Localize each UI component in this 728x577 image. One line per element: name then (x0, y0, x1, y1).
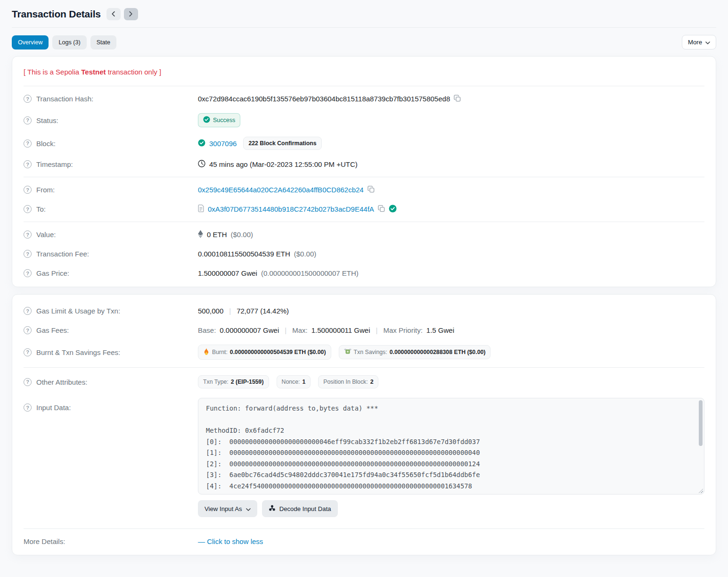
block-confirmations-badge: 222 Block Confirmations (243, 137, 321, 150)
verified-check-icon (389, 205, 397, 214)
fee-usd: ($0.00) (294, 250, 317, 258)
row-to: ?To: 0xA3f07D6773514480b918C2742b027b3ac… (24, 199, 704, 219)
from-label: From: (36, 186, 55, 194)
view-input-as-button[interactable]: View Input As (198, 500, 257, 517)
transaction-hash-label: Transaction Hash: (36, 95, 93, 103)
clock-icon (198, 160, 205, 169)
base-fee-value: 0.000000007 Gwei (220, 326, 279, 334)
more-details-label: More Details: (24, 537, 65, 545)
details-card: ?Gas Limit & Usage by Txn: 500,000 | 72,… (12, 294, 716, 555)
copy-to-address-button[interactable] (378, 205, 385, 214)
copy-icon (454, 95, 461, 103)
row-gas-fees: ?Gas Fees: Base: 0.000000007 Gwei | Max:… (24, 321, 704, 340)
position-in-block-badge: Position In Block: 2 (318, 375, 378, 388)
tab-bar: Overview Logs (3) State More (12, 35, 716, 49)
row-burnt-fees: ?Burnt & Txn Savings Fees: Burnt: 0.0000… (24, 340, 704, 364)
gas-limit-value: 500,000 (198, 307, 223, 315)
tab-logs[interactable]: Logs (3) (52, 35, 86, 49)
row-timestamp: ?Timestamp: 45 mins ago (Mar-02-2023 12:… (24, 155, 704, 174)
row-other-attributes: ?Other Attributes: Txn Type: 2 (EIP-1559… (24, 371, 704, 393)
txn-type-badge: Txn Type: 2 (EIP-1559) (198, 375, 269, 388)
copy-from-address-button[interactable] (368, 186, 375, 194)
help-icon[interactable]: ? (24, 378, 32, 386)
help-icon[interactable]: ? (24, 348, 32, 356)
separator: | (283, 326, 288, 334)
input-data-content: Function: forward(address to,bytes data)… (198, 398, 704, 495)
help-icon[interactable]: ? (24, 160, 32, 168)
base-fee-label: Base: (198, 326, 216, 334)
to-address-link[interactable]: 0xA3f07D6773514480b918C2742b027b3acD9E44… (208, 205, 374, 213)
value-usd: ($0.00) (231, 231, 254, 239)
input-data-textarea[interactable]: Function: forward(address to,bytes data)… (198, 398, 704, 495)
scrollbar-thumb[interactable] (699, 400, 703, 446)
tab-overview[interactable]: Overview (12, 35, 49, 49)
gas-usage-value: 72,077 (14.42%) (237, 307, 289, 315)
help-icon[interactable]: ? (24, 404, 32, 412)
help-icon[interactable]: ? (24, 140, 32, 148)
max-fee-label: Max: (292, 326, 308, 334)
row-value: ?Value: 0 ETH ($0.00) (24, 225, 704, 244)
block-label: Block: (36, 140, 56, 148)
divider (24, 222, 704, 222)
input-data-label: Input Data: (36, 404, 71, 412)
burnt-label: Burnt: (212, 349, 228, 355)
separator: | (227, 307, 233, 315)
help-icon[interactable]: ? (24, 231, 32, 239)
help-icon[interactable]: ? (24, 116, 32, 124)
row-more-details: More Details: — Click to show less (24, 532, 704, 551)
chevron-right-icon (129, 11, 133, 18)
more-dropdown-button[interactable]: More (682, 35, 716, 49)
value-label: Value: (36, 231, 56, 239)
timestamp-value: 45 mins ago (Mar-02-2023 12:55:00 PM +UT… (209, 160, 358, 168)
other-attributes-label: Other Attributes: (36, 378, 87, 386)
next-txn-button[interactable] (124, 8, 138, 20)
page-title: Transaction Details (12, 8, 101, 20)
divider (24, 528, 704, 529)
decode-icon (269, 504, 276, 513)
resize-grip-icon[interactable] (698, 488, 703, 493)
money-wings-icon (344, 348, 352, 356)
max-priority-fee-label: Max Priority: (383, 326, 422, 334)
contract-file-icon (198, 205, 204, 214)
burnt-value: 0.000000000000504539 ETH ($0.00) (230, 349, 326, 355)
help-icon[interactable]: ? (24, 326, 32, 334)
chevron-down-icon (246, 505, 251, 512)
input-data-actions: View Input As Decode Input Data (198, 500, 338, 517)
gas-price-label: Gas Price: (36, 269, 69, 277)
click-to-show-less-link[interactable]: — Click to show less (198, 537, 263, 545)
overview-card: [ This is a Sepolia Testnet transaction … (12, 56, 716, 287)
previous-txn-button[interactable] (106, 8, 121, 20)
status-label: Status: (36, 116, 58, 124)
txn-savings-badge: Txn Savings: 0.000000000000288308 ETH ($… (339, 345, 491, 359)
transaction-hash-value: 0xc72d984ccac6190b5f135576eb97b03604bc81… (198, 95, 450, 103)
gas-fees-label: Gas Fees: (36, 326, 69, 334)
gas-price-eth-equiv: (0.000000001500000007 ETH) (261, 269, 359, 277)
status-badge: Success (198, 113, 240, 127)
help-icon[interactable]: ? (24, 250, 32, 258)
eth-diamond-icon (198, 230, 203, 239)
txn-nav (106, 8, 138, 20)
help-icon[interactable]: ? (24, 205, 32, 213)
row-gas-price: ?Gas Price: 1.500000007 Gwei (0.00000000… (24, 264, 704, 283)
copy-hash-button[interactable] (454, 95, 461, 103)
from-address-link[interactable]: 0x259c49E65644a020C2A642260a4ffB0CD862cb… (198, 186, 364, 194)
page-header: Transaction Details (12, 0, 716, 28)
divider (24, 177, 704, 177)
block-number-link[interactable]: 3007096 (209, 140, 237, 148)
nonce-badge: Nonce: 1 (277, 375, 311, 388)
row-from: ?From: 0x259c49E65644a020C2A642260a4ffB0… (24, 180, 704, 199)
copy-icon (378, 205, 385, 214)
help-icon[interactable]: ? (24, 95, 32, 103)
divider (24, 367, 704, 368)
tab-state[interactable]: State (90, 35, 116, 49)
gas-price-amount: 1.500000007 Gwei (198, 269, 257, 277)
value-amount: 0 ETH (207, 231, 227, 239)
help-icon[interactable]: ? (24, 269, 32, 277)
check-circle-icon (198, 139, 205, 148)
row-status: ?Status: Success (24, 108, 704, 132)
decode-input-data-button[interactable]: Decode Input Data (262, 500, 338, 517)
gas-limit-label: Gas Limit & Usage by Txn: (36, 307, 120, 315)
transaction-fee-label: Transaction Fee: (36, 250, 89, 258)
help-icon[interactable]: ? (24, 307, 32, 315)
help-icon[interactable]: ? (24, 186, 32, 194)
